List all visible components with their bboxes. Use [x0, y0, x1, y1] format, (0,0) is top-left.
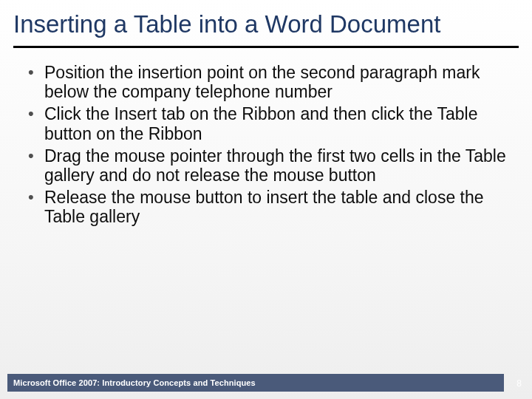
bullet-item: Click the Insert tab on the Ribbon and t… [28, 104, 510, 143]
bullet-item: Position the insertion point on the seco… [28, 63, 510, 101]
body-area: Position the insertion point on the seco… [0, 48, 532, 227]
footer-text: Microsoft Office 2007: Introductory Conc… [13, 378, 256, 387]
slide-title: Inserting a Table into a Word Document [13, 10, 517, 38]
bullet-item: Release the mouse button to insert the t… [28, 188, 510, 226]
bullet-item: Drag the mouse pointer through the first… [28, 146, 510, 185]
page-number: 8 [516, 378, 522, 389]
title-area: Inserting a Table into a Word Document [0, 0, 532, 43]
slide: Inserting a Table into a Word Document P… [0, 0, 532, 399]
footer-bar: Microsoft Office 2007: Introductory Conc… [7, 374, 504, 392]
bullet-list: Position the insertion point on the seco… [28, 63, 510, 227]
